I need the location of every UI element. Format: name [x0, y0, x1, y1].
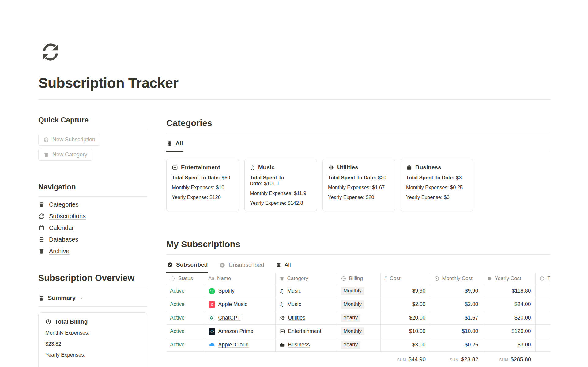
billing-tag[interactable]: Yearly: [341, 314, 361, 322]
total-spent-value: $60: [222, 175, 230, 180]
divider: [166, 254, 550, 255]
column-header-cost[interactable]: #Cost: [380, 273, 430, 284]
category-card-utilities[interactable]: Utilities Total Spent To Date:$20 Monthl…: [322, 159, 395, 211]
check-circle-icon: [167, 262, 173, 268]
total-billing-card: Total Billing Monthly Expenses: $23.82 Y…: [38, 312, 147, 367]
cost-sum[interactable]: SUM$44.90: [380, 352, 430, 366]
category-link[interactable]: Utilities: [288, 315, 305, 321]
monthly-cost-sum[interactable]: SUM$23.82: [430, 352, 483, 366]
category-link[interactable]: Music: [287, 301, 301, 308]
repeat-icon: [43, 137, 49, 143]
billing-tag[interactable]: Monthly: [341, 300, 365, 309]
sidebar-item-label[interactable]: Categories: [49, 201, 79, 208]
new-category-label: New Category: [52, 152, 87, 158]
column-header-total[interactable]: T: [535, 273, 550, 284]
repeat-icon[interactable]: [41, 42, 60, 62]
sidebar-item-label[interactable]: Databases: [49, 236, 78, 243]
table-row: Active Apple iCloud Business Yearly $3.0…: [166, 338, 550, 352]
categories-tabbar: All: [166, 138, 550, 152]
cost-value: $10.00: [380, 325, 430, 338]
column-header-monthly-cost[interactable]: Monthly Cost: [430, 273, 483, 284]
cost-value: $3.00: [380, 338, 430, 352]
view-selector[interactable]: Summary: [38, 294, 147, 301]
table-row: Active ChatGPT Utilities Yearly $20.00 $…: [166, 311, 550, 325]
sidebar-item-label[interactable]: Calendar: [49, 224, 74, 231]
status-value[interactable]: Active: [170, 301, 185, 307]
sidebar-item-categories[interactable]: Categories: [38, 201, 147, 208]
subscription-link[interactable]: ChatGPT: [218, 315, 241, 321]
subscription-link[interactable]: Amazon Prime: [218, 328, 254, 335]
trash-icon: [38, 248, 45, 254]
monthly-expenses-line: Monthly Expenses: $0.25: [406, 185, 468, 190]
new-category-button[interactable]: New Category: [38, 149, 92, 161]
subscriptions-table: Status AaName Category Billing #Cost Mon…: [166, 273, 550, 366]
sidebar-item-calendar[interactable]: Calendar: [38, 224, 147, 231]
total-spent-value: $3: [456, 175, 462, 180]
amazon-prime-logo: [209, 328, 215, 335]
database-icon: [167, 141, 172, 146]
tab-all-subscriptions[interactable]: All: [275, 259, 292, 273]
monthly-cost-value: $10.00: [430, 325, 483, 338]
new-subscription-button[interactable]: New Subscription: [38, 134, 100, 146]
subscriptions-tabbar: Subscribed Unsubscribed All: [166, 259, 550, 273]
category-card-business[interactable]: Business Total Spent To Date:$3 Monthly …: [401, 159, 473, 211]
category-link[interactable]: Music: [287, 288, 301, 294]
billing-tag[interactable]: Yearly: [341, 341, 361, 349]
page-title: Subscription Tracker: [38, 74, 179, 91]
total-billing-title: Total Billing: [55, 318, 88, 325]
yearly-cost-value: $20.00: [483, 311, 535, 325]
category-name: Business: [415, 164, 441, 171]
yearly-cost-value: $3.00: [483, 338, 535, 352]
monthly-expenses-line: Monthly Expenses: $1.67: [328, 185, 390, 190]
status-value[interactable]: Active: [170, 328, 185, 334]
tab-all-categories[interactable]: All: [166, 138, 183, 152]
status-value[interactable]: Active: [170, 315, 185, 321]
subscription-link[interactable]: Spotify: [218, 288, 235, 294]
table-row: Active Spotify ♫Music Monthly $9.90 $9.9…: [166, 284, 550, 298]
subscription-link[interactable]: Apple Music: [218, 301, 247, 308]
total-cell: [535, 298, 550, 311]
monthly-expenses-label: Monthly Expenses:: [45, 330, 140, 336]
tab-unsubscribed[interactable]: Unsubscribed: [219, 259, 265, 273]
tab-label: Unsubscribed: [228, 262, 264, 268]
category-card-music[interactable]: ♫ Music Total Spent To Date:$101.1 Month…: [244, 159, 317, 211]
sidebar: Quick Capture New Subscription New Categ…: [38, 100, 147, 367]
category-link[interactable]: Entertainment: [288, 328, 322, 335]
divider: [38, 288, 147, 288]
category-card-entertainment[interactable]: Entertainment Total Spent To Date:$60 Mo…: [166, 159, 239, 211]
view-selector-label[interactable]: Summary: [48, 294, 76, 301]
tab-subscribed[interactable]: Subscribed: [166, 259, 208, 273]
cost-value: $2.00: [380, 298, 430, 311]
sidebar-item-databases[interactable]: Databases: [38, 236, 147, 243]
clock-hand-icon: [434, 276, 439, 281]
text-icon: Aa: [209, 276, 215, 281]
column-header-category[interactable]: Category: [275, 273, 337, 284]
briefcase-icon: [406, 164, 412, 170]
select-icon: [341, 276, 346, 281]
tv-icon: [172, 164, 178, 170]
database-icon: [38, 236, 45, 243]
status-value[interactable]: Active: [170, 288, 185, 294]
column-header-status[interactable]: Status: [166, 273, 205, 284]
column-header-yearly-cost[interactable]: Yearly Cost: [483, 273, 535, 284]
chevron-down-icon[interactable]: [80, 296, 84, 300]
column-header-billing[interactable]: Billing: [337, 273, 380, 284]
sum-row: SUM$44.90 SUM$23.82 SUM$285.80: [166, 352, 550, 366]
new-subscription-label: New Subscription: [52, 137, 95, 143]
apple-icloud-logo: [209, 342, 215, 348]
category-link[interactable]: Business: [288, 342, 310, 348]
sidebar-item-label[interactable]: Subscriptions: [49, 213, 86, 220]
column-header-name[interactable]: AaName: [205, 273, 275, 284]
sidebar-item-archive[interactable]: Archive: [38, 248, 147, 255]
yearly-cost-sum[interactable]: SUM$285.80: [483, 352, 535, 366]
billing-tag[interactable]: Monthly: [341, 287, 365, 295]
divider: [166, 133, 550, 133]
cost-value: $9.90: [380, 284, 430, 298]
number-icon: #: [384, 276, 387, 281]
briefcase-icon: [279, 342, 285, 348]
status-value[interactable]: Active: [170, 342, 185, 348]
sidebar-item-label[interactable]: Archive: [49, 248, 70, 255]
subscription-link[interactable]: Apple iCloud: [218, 342, 249, 348]
billing-tag[interactable]: Monthly: [341, 327, 365, 335]
sidebar-item-subscriptions[interactable]: Subscriptions: [38, 213, 147, 220]
